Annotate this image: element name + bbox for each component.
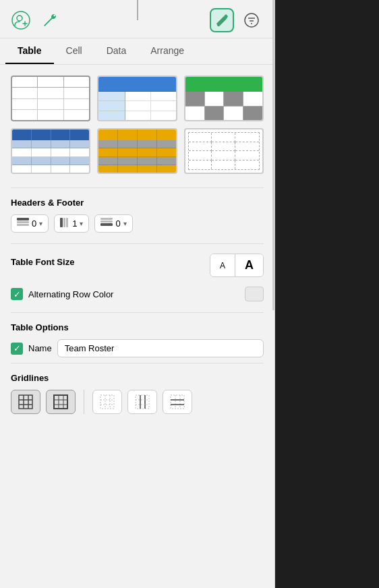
svg-rect-10 [17, 221, 29, 223]
font-size-label: Table Font Size [11, 257, 74, 267]
name-checkmark-icon: ✓ [13, 343, 21, 353]
tab-data[interactable]: Data [94, 38, 139, 64]
no-borders-icon [100, 394, 115, 409]
vertical-borders-icon [135, 394, 150, 409]
table-name-row: ✓ Name [11, 339, 264, 357]
scroll-bar[interactable] [272, 0, 275, 310]
style-green[interactable] [184, 76, 264, 121]
paint-brush-icon [214, 13, 229, 28]
alternating-row-color-swatch[interactable] [245, 287, 264, 301]
row-headers-arrow: ▾ [80, 220, 83, 227]
table-name-input[interactable] [57, 339, 264, 357]
svg-rect-12 [60, 218, 63, 227]
col-headers-select[interactable]: 0 ▾ [11, 214, 49, 233]
footer-icon [100, 218, 113, 229]
increase-font-button[interactable]: A [235, 254, 263, 276]
tab-table[interactable]: Table [5, 38, 54, 64]
svg-rect-16 [100, 220, 113, 223]
table-style-grid [11, 76, 264, 174]
gridlines-inner-btn[interactable] [46, 390, 76, 414]
gridlines-vertical-btn[interactable] [127, 390, 157, 414]
footer-rows-value: 0 [115, 218, 120, 229]
format-panel: Table Cell Data Arrange [0, 0, 275, 588]
decrease-font-button[interactable]: A [210, 254, 235, 276]
footer-rows-select[interactable]: 0 ▾ [94, 214, 132, 233]
gridlines-buttons-row [11, 390, 264, 414]
gridlines-all-btn[interactable] [11, 390, 40, 414]
svg-rect-38 [171, 395, 184, 409]
panel-content: Headers & Footer 0 ▾ [0, 65, 274, 588]
col-headers-arrow: ▾ [39, 220, 42, 227]
row-header-icon [60, 218, 69, 229]
font-size-buttons: A A [210, 254, 264, 277]
svg-rect-28 [100, 395, 114, 409]
svg-rect-33 [136, 395, 149, 409]
gridlines-separator [84, 390, 84, 414]
alternating-row-section: ✓ Alternating Row Color [11, 287, 264, 301]
headers-footer-section: Headers & Footer 0 ▾ [11, 198, 264, 233]
svg-rect-9 [17, 218, 29, 220]
toolbar-right [210, 8, 264, 32]
svg-rect-11 [17, 224, 29, 226]
table-name-label: Name [28, 343, 52, 353]
style-plain[interactable] [11, 76, 90, 121]
gridlines-section: Gridlines [11, 373, 264, 414]
toolbar-left [11, 10, 59, 30]
svg-rect-14 [66, 218, 68, 227]
checkmark-icon: ✓ [13, 289, 21, 299]
headers-footer-row: 0 ▾ 1 ▾ [11, 214, 264, 233]
svg-point-1 [17, 16, 22, 21]
horizontal-borders-icon [170, 394, 185, 409]
alternating-row-checkbox[interactable]: ✓ [11, 288, 23, 300]
paint-button[interactable] [210, 8, 234, 32]
style-blue-alt[interactable] [11, 128, 90, 174]
svg-rect-18 [19, 395, 32, 409]
table-options-section: Table Options ✓ Name [11, 322, 264, 357]
table-options-title: Table Options [11, 322, 264, 332]
style-outline[interactable] [184, 128, 264, 174]
row-headers-value: 1 [72, 218, 77, 229]
divider-3 [11, 312, 264, 313]
filter-button[interactable] [239, 8, 264, 32]
svg-rect-23 [54, 395, 67, 409]
divider-1 [11, 187, 264, 188]
wrench-button[interactable] [39, 10, 59, 30]
col-header-icon [17, 218, 29, 229]
gridlines-horizontal-btn[interactable] [163, 390, 192, 414]
all-borders-icon [18, 394, 33, 409]
inner-borders-icon [53, 394, 68, 409]
divider-2 [11, 243, 264, 244]
svg-rect-17 [100, 223, 113, 226]
svg-rect-13 [63, 218, 65, 227]
col-headers-value: 0 [32, 218, 36, 229]
footer-rows-arrow: ▾ [123, 220, 127, 227]
add-person-icon [11, 11, 30, 30]
font-size-section: Table Font Size A A [11, 254, 264, 277]
svg-rect-15 [100, 218, 113, 220]
connector-line [137, 0, 138, 20]
tab-cell[interactable]: Cell [54, 38, 94, 64]
headers-footer-title: Headers & Footer [11, 198, 264, 208]
row-headers-select[interactable]: 1 ▾ [54, 214, 89, 233]
wrench-icon [40, 11, 58, 29]
gridlines-title: Gridlines [11, 373, 264, 383]
style-blue-col[interactable] [97, 76, 177, 121]
style-gold-alt[interactable] [97, 128, 177, 174]
add-person-button[interactable] [11, 10, 31, 30]
alternating-row-label: Alternating Row Color [28, 289, 113, 299]
tab-arrange[interactable]: Arrange [138, 38, 196, 64]
tab-bar: Table Cell Data Arrange [0, 38, 274, 65]
filter-icon [243, 12, 260, 28]
divider-4 [11, 363, 264, 363]
gridlines-none-btn[interactable] [92, 390, 122, 414]
table-name-checkbox[interactable]: ✓ [11, 343, 23, 355]
svg-point-5 [245, 13, 258, 27]
